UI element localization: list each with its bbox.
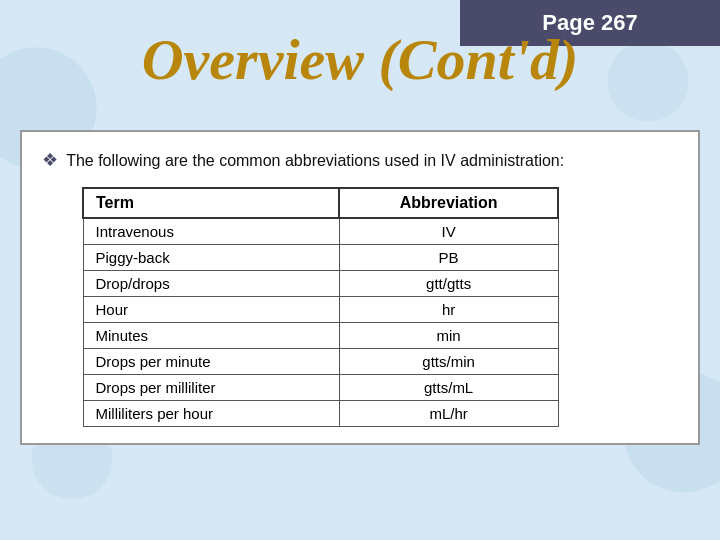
table-row: IntravenousIV — [83, 218, 558, 245]
table-cell-term: Minutes — [83, 323, 339, 349]
table-row: Milliliters per hourmL/hr — [83, 401, 558, 427]
table-cell-term: Drops per milliliter — [83, 375, 339, 401]
table-cell-term: Piggy-back — [83, 245, 339, 271]
table-cell-term: Milliliters per hour — [83, 401, 339, 427]
table-row: Piggy-backPB — [83, 245, 558, 271]
table-cell-abbrev: mL/hr — [339, 401, 558, 427]
abbreviations-table: Term Abbreviation IntravenousIVPiggy-bac… — [82, 187, 559, 427]
table-cell-abbrev: gtts/mL — [339, 375, 558, 401]
overview-title: Overview (Cont'd) — [0, 28, 720, 92]
table-header-row: Term Abbreviation — [83, 188, 558, 218]
table-cell-term: Hour — [83, 297, 339, 323]
intro-body: The following are the common abbreviatio… — [66, 152, 564, 169]
slide-container: Page 267 Overview (Cont'd) ❖ The followi… — [0, 0, 720, 540]
table-row: Drops per millilitergtts/mL — [83, 375, 558, 401]
table-cell-abbrev: gtts/min — [339, 349, 558, 375]
intro-text: ❖ The following are the common abbreviat… — [42, 148, 678, 173]
main-content: ❖ The following are the common abbreviat… — [20, 130, 700, 445]
column-header-abbreviation: Abbreviation — [339, 188, 558, 218]
table-cell-term: Drop/drops — [83, 271, 339, 297]
table-cell-abbrev: hr — [339, 297, 558, 323]
column-header-term: Term — [83, 188, 339, 218]
table-cell-abbrev: min — [339, 323, 558, 349]
table-cell-term: Drops per minute — [83, 349, 339, 375]
table-row: Hourhr — [83, 297, 558, 323]
table-row: Drop/dropsgtt/gtts — [83, 271, 558, 297]
table-row: Drops per minutegtts/min — [83, 349, 558, 375]
bullet-icon: ❖ — [42, 150, 58, 170]
table-cell-term: Intravenous — [83, 218, 339, 245]
table-cell-abbrev: gtt/gtts — [339, 271, 558, 297]
table-row: Minutesmin — [83, 323, 558, 349]
table-cell-abbrev: PB — [339, 245, 558, 271]
table-cell-abbrev: IV — [339, 218, 558, 245]
